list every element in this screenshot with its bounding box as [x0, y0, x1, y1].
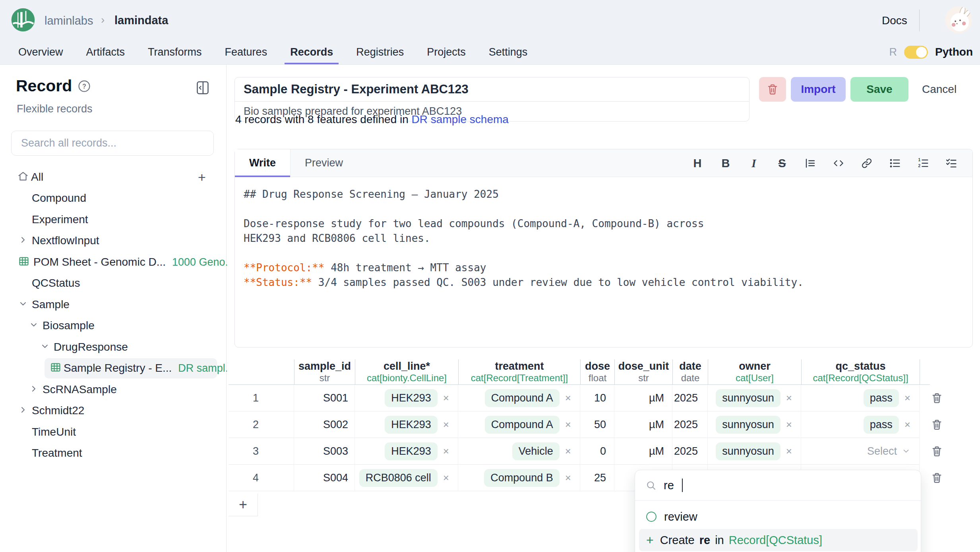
sidebar-item-treatment[interactable]: Treatment: [0, 443, 223, 464]
chevron-down-icon[interactable]: [18, 299, 28, 310]
tab-write[interactable]: Write: [235, 149, 291, 177]
cell-treatment[interactable]: Compound A×: [458, 411, 580, 438]
delete-row-button[interactable]: [929, 470, 945, 486]
sidebar-collapse-button[interactable]: [196, 80, 210, 96]
sidebar-item-sample[interactable]: Sample: [0, 294, 223, 315]
cell-date[interactable]: 2025: [672, 411, 708, 438]
nav-tab-overview[interactable]: Overview: [18, 40, 63, 64]
cell-qc_status[interactable]: Select: [801, 438, 920, 465]
delete-row-button[interactable]: [929, 390, 945, 406]
nav-tab-features[interactable]: Features: [225, 40, 267, 64]
tab-preview[interactable]: Preview: [291, 149, 357, 177]
nav-tab-registries[interactable]: Registries: [356, 40, 404, 64]
dropdown-option-review[interactable]: review: [635, 507, 921, 527]
value-pill[interactable]: Compound B: [484, 469, 560, 487]
value-pill[interactable]: pass: [864, 389, 899, 407]
remove-value-icon[interactable]: ×: [443, 472, 449, 484]
language-r-label[interactable]: R: [889, 46, 897, 58]
sidebar-item-drugresponse[interactable]: DrugResponse: [0, 336, 223, 357]
value-pill[interactable]: HEK293: [385, 416, 438, 434]
schema-link[interactable]: DR sample schema: [412, 113, 509, 125]
nav-tab-transforms[interactable]: Transforms: [148, 40, 202, 64]
chevron-down-icon[interactable]: [29, 320, 39, 331]
value-pill[interactable]: Compound A: [485, 416, 560, 434]
sidebar-item-timeunit[interactable]: TimeUnit: [0, 421, 223, 442]
cell-dose[interactable]: 25: [580, 465, 614, 491]
sidebar-item-compound[interactable]: Compound: [0, 188, 223, 209]
column-header-owner[interactable]: ownercat[User]: [708, 359, 801, 384]
italic-icon[interactable]: I: [747, 156, 761, 170]
cell-treatment[interactable]: Compound B×: [458, 465, 580, 491]
cell-sample_id[interactable]: S001: [294, 385, 355, 411]
task-list-icon[interactable]: [945, 156, 958, 170]
remove-value-icon[interactable]: ×: [786, 445, 792, 457]
nav-tab-settings[interactable]: Settings: [489, 40, 528, 64]
lamin-logo-icon[interactable]: [10, 7, 36, 33]
value-pill[interactable]: pass: [864, 416, 899, 434]
sidebar-item-sample-registry-e[interactable]: Sample Registry - E...DR sampl...: [0, 358, 223, 379]
add-record-type-button[interactable]: +: [198, 169, 206, 185]
value-pill[interactable]: HEK293: [385, 442, 438, 460]
cell-treatment[interactable]: Compound A×: [458, 385, 580, 411]
column-header-dose[interactable]: dosefloat: [580, 359, 614, 384]
cell-owner[interactable]: sunnyosun×: [708, 385, 801, 411]
cell-dose_unit[interactable]: µM: [614, 385, 672, 411]
value-pill[interactable]: RCB0806 cell: [359, 469, 438, 487]
sidebar-item-schmidt22[interactable]: Schmidt22: [0, 400, 223, 421]
cell-dose[interactable]: 10: [580, 385, 614, 411]
remove-value-icon[interactable]: ×: [443, 392, 449, 404]
ordered-list-icon[interactable]: 12: [916, 156, 930, 170]
remove-value-icon[interactable]: ×: [443, 445, 449, 457]
delete-row-button[interactable]: [929, 417, 945, 433]
nav-tab-artifacts[interactable]: Artifacts: [86, 40, 125, 64]
column-header-dose_unit[interactable]: dose_unitstr: [614, 359, 672, 384]
sidebar-item-scrnasample[interactable]: ScRNASample: [0, 379, 223, 400]
cell-cell_line[interactable]: RCB0806 cell×: [355, 465, 458, 491]
sidebar-item-experiment[interactable]: Experiment: [0, 209, 223, 230]
bullet-list-icon[interactable]: [888, 156, 902, 170]
remove-value-icon[interactable]: ×: [565, 472, 571, 484]
value-pill[interactable]: sunnyosun: [716, 389, 781, 407]
chevron-right-icon[interactable]: [29, 384, 39, 395]
breadcrumb-instance[interactable]: lamindata: [114, 14, 168, 27]
column-header-cell_line[interactable]: cell_line*cat[bionty.CellLine]: [355, 359, 458, 384]
delete-row-button[interactable]: [929, 444, 945, 459]
heading-icon[interactable]: H: [691, 156, 704, 170]
column-header-treatment[interactable]: treatmentcat[Record[Treatment]]: [458, 359, 580, 384]
cell-dose_unit[interactable]: µM: [614, 411, 672, 438]
code-icon[interactable]: [832, 156, 845, 170]
cancel-button[interactable]: Cancel: [913, 77, 965, 102]
chevron-right-icon[interactable]: [18, 235, 28, 246]
cell-cell_line[interactable]: HEK293×: [355, 385, 458, 411]
editor-content[interactable]: ## Drug Response Screening — January 202…: [244, 187, 964, 343]
remove-value-icon[interactable]: ×: [786, 392, 792, 404]
dropdown-search[interactable]: re: [635, 470, 921, 501]
import-button[interactable]: Import: [791, 77, 846, 102]
bold-icon[interactable]: B: [719, 156, 732, 170]
cell-sample_id[interactable]: S002: [294, 411, 355, 438]
help-icon[interactable]: ?: [77, 79, 91, 93]
value-pill[interactable]: Compound A: [485, 389, 560, 407]
language-toggle[interactable]: [904, 46, 928, 59]
remove-value-icon[interactable]: ×: [904, 419, 910, 431]
remove-value-icon[interactable]: ×: [565, 419, 571, 431]
dropdown-create-option[interactable]: + Create re in Record[QCStatus]: [639, 529, 918, 551]
cell-date[interactable]: 2025: [672, 438, 708, 465]
cell-dose[interactable]: 50: [580, 411, 614, 438]
cell-owner[interactable]: sunnyosun×: [708, 411, 801, 438]
remove-value-icon[interactable]: ×: [443, 419, 449, 431]
breadcrumb-org[interactable]: laminlabs: [45, 14, 93, 27]
remove-value-icon[interactable]: ×: [786, 419, 792, 431]
cell-cell_line[interactable]: HEK293×: [355, 411, 458, 438]
remove-value-icon[interactable]: ×: [904, 392, 910, 404]
chevron-down-icon[interactable]: [40, 342, 50, 353]
cell-dose_unit[interactable]: µM: [614, 438, 672, 465]
remove-value-icon[interactable]: ×: [565, 392, 571, 404]
sidebar-item-nextflowinput[interactable]: NextflowInput: [0, 230, 223, 251]
save-button[interactable]: Save: [850, 77, 908, 102]
language-python-label[interactable]: Python: [935, 46, 973, 58]
cell-owner[interactable]: sunnyosun×: [708, 438, 801, 465]
chevron-right-icon[interactable]: [18, 405, 28, 416]
value-pill[interactable]: HEK293: [385, 389, 438, 407]
sidebar-item-all[interactable]: All+: [0, 166, 223, 187]
